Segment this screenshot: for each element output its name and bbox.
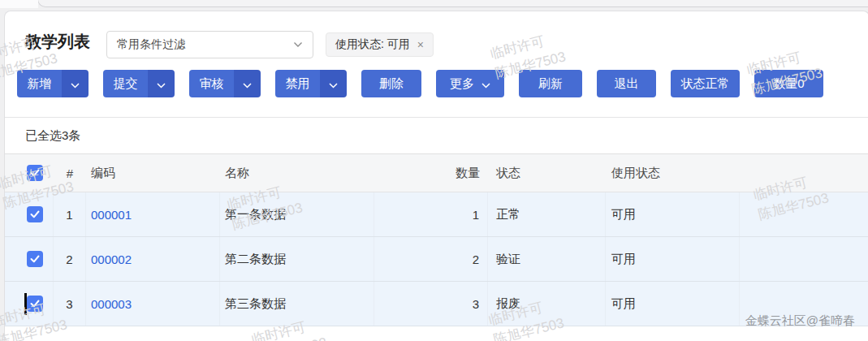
- top-strip: [0, 0, 868, 11]
- data-grid: 已全选3条 # 编码 名称 数量 状态 使用状态 1 000001: [5, 117, 868, 326]
- row-checkbox[interactable]: [27, 251, 43, 267]
- column-header-code[interactable]: 编码: [86, 154, 220, 192]
- code-link[interactable]: 000003: [91, 297, 132, 311]
- tab-edge-line: [37, 0, 868, 7]
- more-button[interactable]: 更多: [436, 70, 504, 97]
- filter-tag-use-status[interactable]: 使用状态: 可用 ×: [326, 32, 434, 57]
- add-split-button: 新增: [17, 70, 89, 97]
- submit-dropdown-button[interactable]: [148, 70, 175, 97]
- row-name: 第二条数据: [220, 237, 374, 281]
- more-button-label: 更多: [450, 76, 474, 92]
- exit-button[interactable]: 退出: [597, 70, 656, 97]
- chevron-down-icon: [329, 77, 338, 91]
- refresh-button[interactable]: 刷新: [519, 70, 582, 97]
- row-index: 1: [54, 192, 86, 236]
- selection-bar: 已全选3条: [5, 118, 868, 154]
- row-qty: 3: [374, 282, 488, 326]
- main-panel: 教学列表 常用条件过滤 使用状态: 可用 × 新增 提交 审核: [4, 11, 868, 341]
- select-all-checkbox[interactable]: [27, 165, 43, 181]
- row-status: 正常: [488, 192, 606, 236]
- row-checkbox[interactable]: [27, 296, 43, 312]
- disable-button[interactable]: 禁用: [275, 70, 320, 97]
- row-name: 第一条数据: [220, 192, 374, 236]
- filter-conditions-dropdown[interactable]: 常用条件过滤: [106, 31, 313, 58]
- audit-split-button: 审核: [189, 70, 261, 97]
- row-qty: 1: [374, 192, 488, 236]
- column-header-qty[interactable]: 数量: [374, 154, 488, 192]
- audit-button[interactable]: 审核: [189, 70, 234, 97]
- tab-remnant: [0, 0, 38, 8]
- row-qty: 2: [374, 237, 488, 281]
- filter-dropdown-value: 常用条件过滤: [117, 37, 185, 52]
- add-button[interactable]: 新增: [17, 70, 62, 97]
- row-status: 报废: [488, 282, 606, 326]
- audit-dropdown-button[interactable]: [234, 70, 261, 97]
- column-header-use-status[interactable]: 使用状态: [606, 154, 740, 192]
- row-index: 3: [54, 282, 86, 326]
- table-row[interactable]: 2 000002 第二条数据 2 验证 可用: [5, 237, 868, 282]
- row-name: 第三条数据: [220, 282, 374, 326]
- quantity-button[interactable]: 数量0: [754, 70, 823, 97]
- row-status: 验证: [488, 237, 606, 281]
- chevron-down-icon: [71, 77, 80, 91]
- code-link[interactable]: 000001: [91, 208, 132, 222]
- column-header-name[interactable]: 名称: [220, 154, 374, 192]
- row-index: 2: [54, 237, 86, 281]
- text-cursor: [24, 293, 27, 315]
- submit-button[interactable]: 提交: [103, 70, 148, 97]
- filter-tag-label: 使用状态: 可用: [335, 37, 410, 52]
- toolbar: 新增 提交 审核 禁用 删除 更多 刷新: [17, 70, 823, 97]
- row-checkbox[interactable]: [27, 206, 43, 222]
- row-use-status: 可用: [606, 237, 740, 281]
- add-dropdown-button[interactable]: [62, 70, 89, 97]
- row-use-status: 可用: [606, 282, 740, 326]
- disable-dropdown-button[interactable]: [320, 70, 347, 97]
- table-header-row: # 编码 名称 数量 状态 使用状态: [5, 154, 868, 192]
- chevron-down-icon: [482, 77, 490, 91]
- code-link[interactable]: 000002: [91, 253, 132, 266]
- disable-split-button: 禁用: [275, 70, 347, 97]
- delete-button[interactable]: 删除: [361, 70, 421, 97]
- page-title: 教学列表: [25, 31, 90, 53]
- row-use-status: 可用: [606, 192, 740, 236]
- submit-split-button: 提交: [103, 70, 175, 97]
- filter-tag-close-icon[interactable]: ×: [417, 38, 424, 51]
- chevron-down-icon: [243, 77, 252, 91]
- chevron-down-icon: [157, 77, 166, 91]
- table-row[interactable]: 1 000001 第一条数据 1 正常 可用: [5, 192, 868, 237]
- column-header-status[interactable]: 状态: [488, 154, 606, 192]
- status-normal-button[interactable]: 状态正常: [671, 70, 740, 97]
- community-credit-label: 金蝶云社区@雀啼春: [745, 313, 855, 329]
- table-row[interactable]: 3 000003 第三条数据 3 报废 可用: [5, 282, 868, 326]
- selection-count-text: 已全选3条: [25, 128, 80, 144]
- chevron-down-icon: [293, 41, 303, 48]
- column-header-index[interactable]: #: [54, 154, 86, 192]
